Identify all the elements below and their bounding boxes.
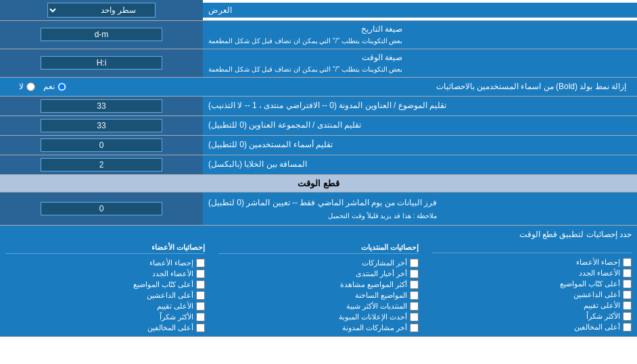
checkbox-top-violators[interactable] xyxy=(623,323,632,332)
time-format-row: صيغة الوقت بعض التكوينات يتطلب "/" التي … xyxy=(0,49,637,78)
list-item: الأعلى تقييم xyxy=(5,302,205,311)
checkbox-most-thanked-2[interactable] xyxy=(196,313,205,321)
list-item: أخر أخبار المنتدى xyxy=(218,269,418,278)
col2-header: إحصائيات المنتديات xyxy=(218,243,418,254)
time-section-header: قطع الوقت xyxy=(0,175,637,192)
forum-address-input-container xyxy=(0,116,203,135)
display-label: العرض xyxy=(203,3,637,18)
checkbox-recent-posts[interactable] xyxy=(410,259,419,267)
list-item: المواضيع الساخنة xyxy=(218,291,418,300)
display-select[interactable]: سطر واحد سطرين ثلاثة أسطر xyxy=(47,3,156,18)
list-item: أعلى الداعشين xyxy=(5,291,205,300)
list-item: المنتديات الأكثر شبية xyxy=(218,302,418,311)
checkboxes-section: حدد إحصائيات لتطبيق قطع الوقت إحصاء الأع… xyxy=(0,226,637,337)
checkbox-stats-members[interactable] xyxy=(623,258,632,267)
list-item: أعلى المخالفين xyxy=(432,323,632,332)
date-format-row: صيغة التاريخ بعض التكوينات يتطلب "/" الت… xyxy=(0,21,637,49)
bold-remove-yes[interactable]: نعم xyxy=(43,82,66,91)
col3-header: إحصائيات الأعضاء xyxy=(5,243,205,254)
checkbox-col-2: إحصائيات المنتديات أخر المشاركات أخر أخب… xyxy=(218,243,418,332)
checkbox-most-forums[interactable] xyxy=(410,302,419,311)
checkbox-top-posters-2[interactable] xyxy=(196,291,205,300)
users-names-row: تقليم أسماء المستخدمين (0 للتطبيل) xyxy=(0,136,637,155)
col1-header xyxy=(432,243,632,253)
list-item: الأعضاء الجدد xyxy=(432,269,632,278)
time-filter-input[interactable] xyxy=(41,202,162,215)
checkbox-top-posters[interactable] xyxy=(623,290,632,299)
bold-remove-no[interactable]: لا xyxy=(19,82,35,91)
checkbox-top-rated-2[interactable] xyxy=(196,302,205,311)
bold-remove-row: إزالة نمط بولد (Bold) من اسماء المستخدمي… xyxy=(0,78,637,97)
checkbox-most-thanked[interactable] xyxy=(623,312,632,321)
time-format-input[interactable] xyxy=(41,56,162,70)
time-format-label: صيغة الوقت بعض التكوينات يتطلب "/" التي … xyxy=(203,49,637,77)
checkboxes-grid: إحصاء الأعضاء الأعضاء الجدد أعلى كتّاب ا… xyxy=(5,243,632,332)
checkbox-top-rated[interactable] xyxy=(623,301,632,310)
topic-address-row: تقليم الموضوع / العناوين المدونة (0 -- ا… xyxy=(0,97,637,116)
list-item: أعلى الداعشين xyxy=(432,290,632,299)
checkbox-new-members[interactable] xyxy=(623,269,632,278)
list-item: أعلى كتّاب المواضيع xyxy=(5,280,205,289)
users-names-input[interactable] xyxy=(41,138,162,152)
list-item: أكثر المواضيع مشاهدة xyxy=(218,280,418,289)
date-format-input-container xyxy=(0,21,203,49)
list-item: أعلى المخالفين xyxy=(5,323,205,332)
date-format-label: صيغة التاريخ بعض التكوينات يتطلب "/" الت… xyxy=(203,21,637,49)
checkbox-new-members-2[interactable] xyxy=(196,269,205,278)
checkbox-top-writers-2[interactable] xyxy=(196,280,205,289)
checkbox-forum-news[interactable] xyxy=(410,269,419,278)
list-item: أحدث الإعلانات المبوبة xyxy=(218,313,418,321)
checkbox-top-violators-2[interactable] xyxy=(196,323,205,332)
bold-remove-options: نعم لا xyxy=(5,82,66,91)
main-container: العرض سطر واحد سطرين ثلاثة أسطر صيغة الت… xyxy=(0,0,637,337)
checkbox-col-1: إحصاء الأعضاء الأعضاء الجدد أعلى كتّاب ا… xyxy=(432,243,632,332)
time-filter-input-container xyxy=(0,192,203,225)
checkbox-most-viewed[interactable] xyxy=(410,280,419,289)
gap-cells-input[interactable] xyxy=(41,158,162,172)
topic-address-input-container xyxy=(0,97,203,115)
checkbox-top-writers[interactable] xyxy=(623,280,632,288)
checkbox-hot-topics[interactable] xyxy=(410,291,419,300)
list-item: الأعضاء الجدد xyxy=(5,269,205,278)
list-item: الأكثر شكراً xyxy=(5,313,205,321)
checkboxes-header: حدد إحصائيات لتطبيق قطع الوقت xyxy=(5,230,632,239)
time-filter-row: فرز البيانات من يوم الماشر الماضي فقط --… xyxy=(0,192,637,226)
topic-address-input[interactable] xyxy=(41,99,162,113)
checkbox-latest-ads[interactable] xyxy=(410,313,419,321)
users-names-input-container xyxy=(0,136,203,155)
date-format-input[interactable] xyxy=(41,28,162,41)
forum-address-row: تقليم المنتدى / المجموعة العناوين (0 للت… xyxy=(0,116,637,136)
checkbox-blog-posts[interactable] xyxy=(410,323,419,332)
list-item: أعلى كتّاب المواضيع xyxy=(432,280,632,288)
forum-address-input[interactable] xyxy=(41,119,162,132)
gap-cells-row: المسافة بين الخلايا (بالبكسل) xyxy=(0,155,637,175)
time-filter-label: فرز البيانات من يوم الماشر الماضي فقط --… xyxy=(203,192,637,225)
gap-cells-input-container xyxy=(0,155,203,174)
checkbox-col-3: إحصائيات الأعضاء إحصاء الأعضاء الأعضاء ا… xyxy=(5,243,205,332)
list-item: إحصاء الأعضاء xyxy=(5,259,205,267)
time-format-input-container xyxy=(0,49,203,77)
list-item: أخر مشاركات المدونة xyxy=(218,323,418,332)
display-row: العرض سطر واحد سطرين ثلاثة أسطر xyxy=(0,0,637,21)
display-select-container: سطر واحد سطرين ثلاثة أسطر xyxy=(0,0,203,20)
checkbox-members-stats[interactable] xyxy=(196,259,205,267)
list-item: الأكثر شكراً xyxy=(432,312,632,321)
list-item: الأعلى تقييم xyxy=(432,301,632,310)
list-item: إحصاء الأعضاء xyxy=(432,258,632,267)
list-item: أخر المشاركات xyxy=(218,259,418,267)
